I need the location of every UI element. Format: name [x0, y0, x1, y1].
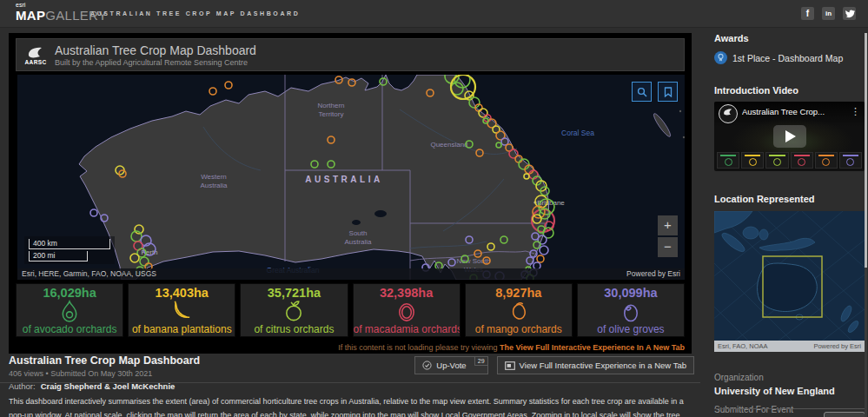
banana-icon: [170, 300, 193, 323]
bookmark-icon: [664, 87, 673, 97]
aarsc-blob-icon: [723, 108, 733, 116]
action-buttons: Up-Vote 29 View Full Interactive Experie…: [414, 356, 694, 374]
notice-text: If this content is not loading please tr…: [338, 343, 500, 352]
award-item: 1st Place - Dashboard Map: [714, 51, 865, 64]
location-powered-by: Powered by Esri: [813, 341, 861, 352]
mini-stat: [839, 152, 862, 169]
zoom-out-button[interactable]: −: [658, 237, 678, 257]
attribution-text: Esri, HERE, Garmin, FAO, NOAA, USGS: [22, 268, 156, 280]
olive-icon: [620, 300, 642, 323]
stat-panel-avocado: 16,029haof avocado orchards: [16, 283, 123, 337]
upvote-label: Up-Vote: [436, 361, 466, 370]
twitter-icon[interactable]: [843, 7, 856, 20]
scale-km: 400 km: [29, 239, 110, 249]
stat-value: 13,403ha: [129, 286, 235, 300]
stat-panel-mango: 8,927haof mango orchards: [465, 283, 573, 337]
svg-text:AUSTRALIA: AUSTRALIA: [305, 175, 382, 184]
zoom-in-button[interactable]: +: [658, 215, 678, 235]
video-menu-icon[interactable]: ⋮: [851, 106, 860, 117]
mini-stat: [741, 152, 764, 169]
dashboard-subtitle: Built by the Applied Agricultural Remote…: [55, 58, 256, 67]
awards-heading: Awards: [714, 33, 865, 43]
mini-stat: [815, 152, 838, 169]
stats-row: 16,029haof avocado orchards13,403haof ba…: [16, 283, 685, 337]
crop-marker[interactable]: [540, 246, 548, 255]
lake: [374, 210, 387, 217]
crop-marker[interactable]: [225, 82, 232, 89]
svg-text:WesternAustralia: WesternAustralia: [200, 173, 228, 189]
mini-stat: [765, 152, 788, 169]
brand-map: MAP: [16, 8, 45, 23]
sidebar: Awards 1st Place - Dashboard Map Introdu…: [714, 33, 865, 414]
video-title[interactable]: Australian Tree Crop...: [742, 107, 846, 116]
page-title: AUSTRALIAN TREE CROP MAP DASHBOARD: [90, 10, 300, 17]
section-divider: [0, 382, 700, 383]
map-toolbar: [632, 82, 678, 102]
play-icon: [785, 130, 796, 142]
intro-video-thumbnail[interactable]: Australian Tree Crop... ⋮: [714, 102, 865, 171]
dashboard-embed: AARSC Australian Tree Crop Map Dashboard…: [9, 33, 692, 354]
scale-bar: 400 km 200 mi: [24, 236, 115, 264]
notice-link[interactable]: The View Full Interactive Experience In …: [500, 343, 685, 352]
stat-label: of banana plantations: [129, 323, 235, 335]
crop-marker[interactable]: [537, 255, 544, 262]
island: [683, 136, 685, 138]
macadamia-icon: [395, 300, 418, 323]
aarsc-logo-icon: [27, 46, 44, 59]
loading-notice: If this content is not loading please tr…: [338, 343, 685, 352]
scrollbar-thumb[interactable]: [865, 33, 867, 268]
crop-marker[interactable]: [209, 88, 216, 95]
video-mini-stats: [717, 152, 862, 169]
scroll-top-button[interactable]: [824, 412, 865, 417]
stat-panel-banana: 13,403haof banana plantations: [128, 283, 235, 337]
stat-label: of olive groves: [578, 323, 684, 335]
info-section: Australian Tree Crop Map Dashboard 406 v…: [9, 354, 694, 391]
video-titlebar: Australian Tree Crop... ⋮: [714, 102, 865, 127]
australia-map: NorthernTerritoryQueenslandWesternAustra…: [17, 75, 685, 280]
aarsc-logo-text: AARSC: [17, 59, 55, 65]
map-attribution: Esri, HERE, Garmin, FAO, NOAA, USGS Powe…: [17, 268, 685, 280]
stat-panel-olive: 30,099haof olive groves: [577, 283, 685, 337]
location-heading: Location Represented: [714, 194, 865, 204]
map-search-button[interactable]: [632, 82, 652, 102]
view-full-button[interactable]: View Full Interactive Experience in a Ne…: [497, 356, 694, 374]
topbar: esri MAPGALLERY AUSTRALIAN TREE CROP MAP…: [0, 0, 868, 28]
avocado-icon: [58, 300, 81, 323]
view-full-label: View Full Interactive Experience in a Ne…: [520, 361, 686, 370]
stat-label: of avocado orchards: [17, 323, 123, 335]
map-bookmark-button[interactable]: [658, 82, 678, 102]
upvote-button[interactable]: Up-Vote 29: [414, 356, 487, 374]
search-icon: [637, 87, 647, 97]
svg-text:NorthernTerritory: NorthernTerritory: [317, 102, 344, 118]
sidebar-divider: [714, 408, 865, 409]
video-heading: Introduction Video: [714, 85, 865, 96]
dashboard-header: AARSC Australian Tree Crop Map Dashboard…: [16, 38, 685, 71]
upvote-count-badge: 29: [474, 357, 487, 366]
social-links: fin: [801, 7, 856, 20]
linkedin-icon[interactable]: in: [822, 7, 835, 20]
australia-mini: [758, 263, 818, 312]
aarsc-logo: AARSC: [17, 45, 55, 65]
video-play-button[interactable]: [773, 125, 806, 148]
stat-value: 16,029ha: [17, 286, 123, 300]
open-in-new-tab-icon: [505, 361, 515, 370]
powered-by-esri: Powered by Esri: [626, 268, 680, 280]
stat-label: of citrus orchards: [241, 323, 347, 335]
zoom-controls: + −: [658, 215, 678, 257]
map-canvas[interactable]: NorthernTerritoryQueenslandWesternAustra…: [17, 75, 685, 280]
dashboard-title: Australian Tree Crop Map Dashboard: [55, 43, 256, 57]
stat-label: of macadamia orchards: [354, 323, 460, 335]
crop-marker[interactable]: [90, 209, 97, 216]
stat-value: 30,099ha: [578, 286, 684, 300]
aarsc-video-logo[interactable]: [719, 104, 738, 123]
lake: [352, 220, 361, 225]
organization-value: University of New England: [714, 386, 865, 396]
island: [652, 112, 673, 138]
location-map-thumbnail[interactable]: Esri, FAO, NOAA Powered by Esri: [714, 211, 865, 352]
award-label: 1st Place - Dashboard Map: [732, 53, 843, 63]
award-medal-icon: [714, 51, 727, 64]
svg-text:Coral Sea: Coral Sea: [561, 129, 594, 137]
facebook-icon[interactable]: f: [801, 7, 814, 20]
page: esri MAPGALLERY AUSTRALIAN TREE CROP MAP…: [0, 0, 868, 417]
citrus-icon: [282, 300, 305, 323]
